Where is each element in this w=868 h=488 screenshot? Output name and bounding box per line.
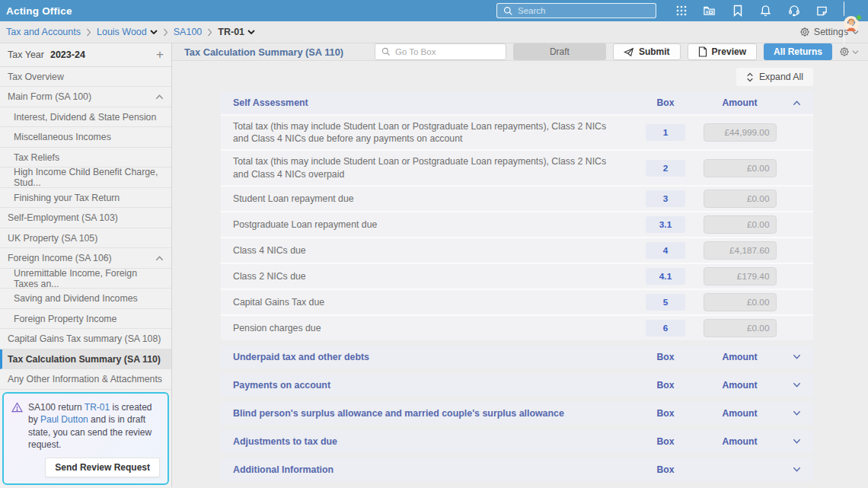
preview-label: Preview — [712, 46, 746, 57]
row-label: Postgraduate Loan repayment due — [221, 217, 631, 232]
bookmark-icon[interactable] — [731, 5, 744, 18]
all-returns-button[interactable]: All Returns — [764, 43, 832, 60]
section-header[interactable]: Underpaid tax and other debtsBoxAmount — [221, 346, 813, 368]
sidebar-item[interactable]: Foreign Income (SA 106) — [0, 248, 171, 269]
table-row: Student Loan repayment due3£0.00 — [221, 185, 813, 211]
sidebar-item[interactable]: Interest, Dividend & State Pension — [0, 107, 171, 128]
box-number: 3 — [646, 190, 685, 207]
workspace-folder-icon[interactable] — [703, 5, 716, 18]
add-tax-year-button[interactable]: + — [156, 48, 164, 61]
search-input[interactable] — [518, 6, 649, 15]
section-title: Blind person's surplus allowance and mar… — [221, 408, 631, 419]
table-section: Underpaid tax and other debtsBoxAmount — [221, 346, 813, 368]
chevron-down-icon[interactable] — [150, 29, 158, 35]
sidebar-item[interactable]: Foreign Property Income — [0, 309, 171, 330]
apps-grid-icon[interactable] — [675, 5, 688, 18]
sidebar-item-label: Miscellaneous Incomes — [14, 132, 111, 142]
sidebar-item-label: Interest, Dividend & State Pension — [14, 112, 156, 123]
chevron-down-icon[interactable] — [780, 410, 813, 416]
row-label: Capital Gains Tax due — [221, 295, 631, 310]
breadcrumb-tax-and-accounts[interactable]: Tax and Accounts — [6, 27, 81, 37]
chevron-down-icon — [852, 49, 859, 55]
sidebar-item[interactable]: UK Property (SA 105) — [0, 228, 171, 249]
table-row: Postgraduate Loan repayment due3.1£0.00 — [221, 211, 813, 237]
page-settings-menu[interactable] — [839, 46, 859, 57]
box-number: 4.1 — [646, 268, 685, 285]
breadcrumb-return-id[interactable]: TR-01 — [218, 27, 244, 37]
sidebar-item-label: Tax Calculation Summary (SA 110) — [8, 354, 161, 365]
sidebar-item-label: Any Other Information & Attachments — [8, 374, 162, 384]
sidebar-item[interactable]: Any Other Information & Attachments — [0, 369, 171, 390]
chevron-down-icon[interactable] — [780, 381, 813, 388]
sidebar-item-label: Main Form (SA 100) — [8, 91, 91, 102]
amount-field: £0.00 — [704, 159, 777, 177]
top-bar: Acting Office — [0, 0, 868, 21]
chevron-up-icon[interactable] — [780, 100, 813, 107]
notice-link[interactable]: Paul Dutton — [40, 414, 88, 425]
table-section: Adjustments to tax dueBoxAmount — [221, 430, 813, 453]
section-header[interactable]: Self AssessmentBoxAmount — [221, 91, 813, 114]
submit-button[interactable]: Submit — [613, 43, 681, 60]
sidebar-item[interactable]: Main Form (SA 100) — [0, 87, 171, 107]
sidebar-item-label: Foreign Income (SA 106) — [8, 253, 112, 263]
notifications-bell-icon[interactable] — [759, 5, 772, 18]
section-header[interactable]: Adjustments to tax dueBoxAmount — [221, 430, 813, 453]
amount-field: £0.00 — [704, 215, 777, 234]
amount-field: £0.00 — [704, 293, 777, 311]
amount-column-header: Amount — [700, 436, 780, 447]
section-header[interactable]: Payments on accountBoxAmount — [221, 374, 813, 397]
table-row: Class 4 NICs due4£4,187.60 — [221, 237, 813, 263]
section-header[interactable]: Additional InformationBox — [221, 458, 813, 481]
sidebar-item[interactable]: Capital Gains Tax summary (SA 108) — [0, 329, 171, 349]
search-icon — [503, 6, 513, 16]
row-label: Class 2 NICs due — [221, 269, 631, 284]
chevron-down-icon[interactable] — [780, 466, 813, 473]
breadcrumb-client[interactable]: Louis Wood — [97, 27, 147, 37]
main-panel: Tax Calculation Summary (SA 110) Draft S… — [172, 43, 868, 487]
row-label: Total tax (this may include Student Loan… — [221, 119, 631, 146]
chevron-down-icon[interactable] — [247, 29, 255, 35]
table-section: Blind person's surplus allowance and mar… — [221, 402, 813, 425]
user-avatar[interactable] — [844, 2, 860, 19]
sidebar-item[interactable]: Miscellaneous Incomes — [0, 127, 171, 148]
chevron-down-icon[interactable] — [780, 353, 813, 360]
amount-field: £4,187.60 — [704, 241, 777, 260]
sidebar-item[interactable]: Saving and Dividend Incomes — [0, 289, 171, 309]
expand-all-button[interactable]: Expand All — [736, 68, 813, 86]
table-section: Payments on accountBoxAmount — [221, 374, 813, 397]
sidebar-item[interactable]: Tax Calculation Summary (SA 110) — [0, 349, 171, 370]
table-row: Capital Gains Tax due5£0.00 — [221, 289, 813, 314]
preview-button[interactable]: Preview — [688, 43, 757, 60]
row-label: Pension charges due — [221, 321, 631, 336]
box-number: 3.1 — [646, 216, 685, 233]
support-headset-icon[interactable] — [787, 5, 800, 18]
send-review-request-button[interactable]: Send Review Request — [45, 458, 160, 477]
notice-link[interactable]: TR-01 — [85, 402, 110, 413]
draft-status-button[interactable]: Draft — [513, 43, 606, 60]
sidebar-item-label: Saving and Dividend Incomes — [14, 293, 138, 304]
sidebar-item-label: Finishing your Tax Return — [14, 193, 120, 203]
note-icon[interactable] — [815, 5, 828, 18]
sidebar-item[interactable]: Unremittable Income, Foreign Taxes an... — [0, 269, 171, 289]
global-search[interactable] — [496, 3, 656, 18]
go-to-box-search[interactable] — [375, 43, 506, 60]
tax-year-value[interactable]: 2023-24 — [50, 49, 85, 60]
sidebar-nav: Tax OverviewMain Form (SA 100)Interest, … — [0, 67, 171, 390]
sidebar-item[interactable]: High Income Child Benefit Charge, Stud..… — [0, 167, 171, 188]
page-title: Tax Calculation Summary (SA 110) — [184, 46, 368, 58]
sidebar-item[interactable]: Tax Reliefs — [0, 148, 171, 168]
tax-year-row: Tax Year 2023-24 + — [0, 43, 171, 67]
table-row: Total tax (this may include Student Loan… — [221, 114, 813, 149]
section-header[interactable]: Blind person's surplus allowance and mar… — [221, 402, 813, 425]
online-status-dot — [856, 14, 862, 21]
sidebar-item[interactable]: Tax Overview — [0, 67, 171, 88]
row-label: Class 4 NICs due — [221, 243, 631, 258]
sidebar-item[interactable]: Finishing your Tax Return — [0, 188, 171, 209]
breadcrumb-sa100[interactable]: SA100 — [174, 27, 203, 37]
amount-field: £0.00 — [704, 319, 777, 337]
go-to-box-input[interactable] — [395, 47, 499, 56]
breadcrumb: Tax and Accounts Louis Wood SA100 TR-01 … — [0, 21, 868, 43]
box-column-header: Box — [631, 436, 700, 447]
chevron-down-icon[interactable] — [780, 438, 813, 445]
sidebar-item[interactable]: Self-Employment (SA 103) — [0, 208, 171, 228]
